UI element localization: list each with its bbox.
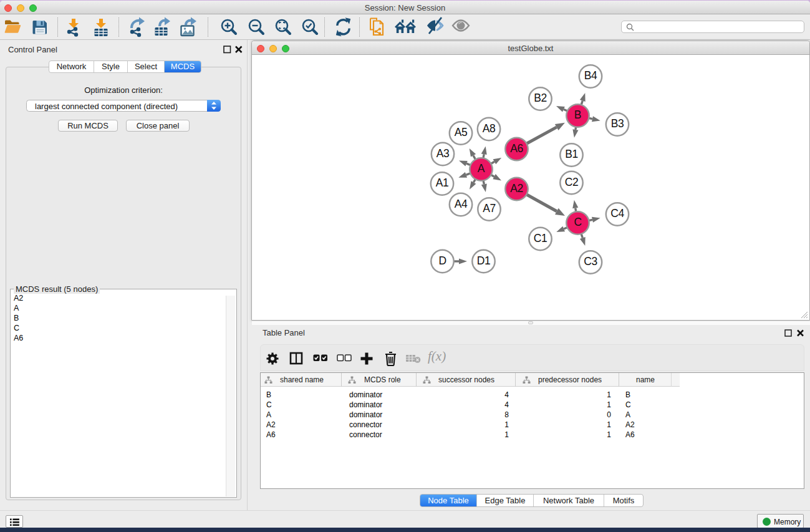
svg-text:C3: C3 [584,255,597,268]
svg-text:A8: A8 [483,122,496,135]
svg-text:B3: B3 [611,117,624,130]
svg-text:B1: B1 [565,148,578,160]
svg-text:B: B [574,109,581,121]
svg-text:A2: A2 [510,182,523,195]
svg-text:C: C [574,216,581,228]
svg-text:D1: D1 [477,254,491,267]
svg-text:A1: A1 [436,177,449,189]
svg-text:A3: A3 [436,147,450,160]
svg-text:A6: A6 [510,142,523,155]
svg-text:A: A [478,162,485,175]
svg-text:B2: B2 [534,92,547,104]
svg-text:A7: A7 [483,202,496,215]
svg-text:D: D [438,254,446,267]
svg-text:C2: C2 [565,176,579,188]
svg-text:C1: C1 [534,232,547,244]
svg-text:A5: A5 [455,126,468,138]
svg-text:A4: A4 [455,198,468,210]
svg-text:B4: B4 [584,69,597,82]
svg-text:C4: C4 [610,207,624,220]
